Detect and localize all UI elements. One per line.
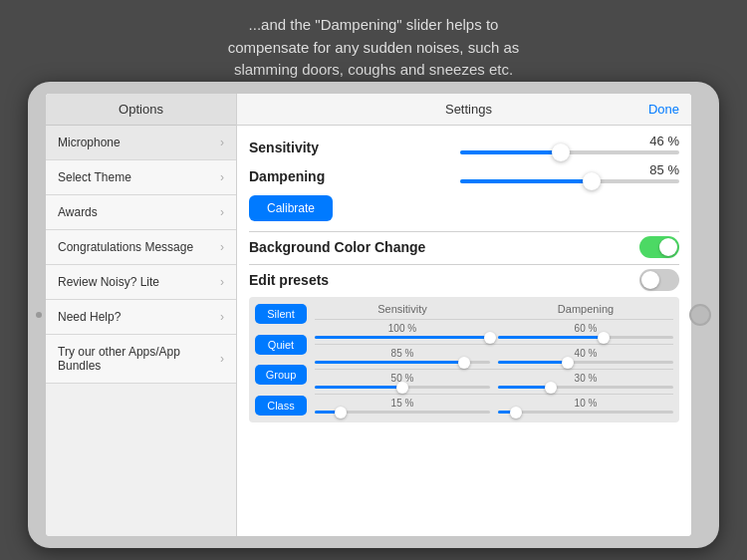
dampening-controls: 85 % <box>408 162 679 189</box>
preset-s1-thumb[interactable] <box>458 357 470 369</box>
preset-cell-d0: 60 % <box>498 323 673 339</box>
sensitivity-controls: 46 % <box>408 134 679 160</box>
sensitivity-label: Sensitivity <box>249 140 408 155</box>
presets-col-dampening: Dampening <box>498 303 673 315</box>
dampening-label: Dampening <box>249 168 408 184</box>
preset-s0-thumb[interactable] <box>484 332 496 344</box>
background-color-change-row: Background Color Change <box>249 236 679 258</box>
sidebar-item-awards[interactable]: Awards › <box>46 195 236 230</box>
done-button[interactable]: Done <box>648 102 679 117</box>
preset-s0-track[interactable] <box>315 336 490 339</box>
preset-d2-pct: 30 % <box>575 373 598 384</box>
top-text-area: ...and the "Dampening" slider helps to c… <box>0 0 747 92</box>
preset-d1-fill <box>498 361 568 364</box>
preset-d2-fill <box>498 386 551 389</box>
settings-title: Settings <box>289 102 648 117</box>
background-color-toggle[interactable] <box>639 236 679 258</box>
preset-d0-fill <box>498 336 604 339</box>
preset-s3-thumb[interactable] <box>335 407 347 419</box>
chevron-right-icon: › <box>220 240 224 254</box>
preset-silent-button[interactable]: Silent <box>255 304 307 324</box>
preset-cell-d1: 40 % <box>498 348 673 364</box>
sidebar-item-label: Select Theme <box>58 170 131 184</box>
preset-s3-track[interactable] <box>315 411 490 414</box>
options-header: Options <box>46 94 236 126</box>
edit-presets-label: Edit presets <box>249 272 329 288</box>
sidebar-item-review-noisy[interactable]: Review Noisy? Lite › <box>46 265 236 300</box>
sidebar-item-need-help[interactable]: Need Help? › <box>46 300 236 335</box>
sidebar-item-label: Congratulations Message <box>58 240 193 254</box>
preset-s1-track[interactable] <box>315 361 490 364</box>
preset-s0-pct: 100 % <box>388 323 416 334</box>
dampening-slider-thumb[interactable] <box>583 172 601 190</box>
preset-d1-track[interactable] <box>498 361 673 364</box>
preset-cell-s0: 100 % <box>315 323 490 339</box>
preset-d3-track[interactable] <box>498 411 673 414</box>
preset-s2-track[interactable] <box>315 386 490 389</box>
presets-header-row: Sensitivity Dampening <box>315 303 673 315</box>
sidebar-item-microphone[interactable]: Microphone › <box>46 126 236 160</box>
dampening-slider-track[interactable] <box>460 179 679 183</box>
sidebar-item-label: Need Help? <box>58 310 121 324</box>
divider-1 <box>249 231 679 232</box>
preset-d1-thumb[interactable] <box>562 357 574 369</box>
preset-d0-pct: 60 % <box>575 323 598 334</box>
sensitivity-row: Sensitivity 46 % <box>249 134 679 160</box>
ipad-frame: Options Microphone › Select Theme › Awar… <box>28 82 719 548</box>
header-description: ...and the "Dampening" slider helps to c… <box>0 0 747 92</box>
chevron-right-icon: › <box>220 275 224 289</box>
preset-row-1: 85 % 40 % <box>315 344 673 367</box>
preset-group-button[interactable]: Group <box>255 365 307 385</box>
dampening-row: Dampening 85 % <box>249 162 679 189</box>
sidebar-item-label: Microphone <box>58 136 121 149</box>
toggle-knob-presets <box>641 271 659 289</box>
preset-s2-fill <box>315 386 402 389</box>
divider-2 <box>249 264 679 265</box>
sensitivity-slider-fill <box>460 150 561 154</box>
screen: Options Microphone › Select Theme › Awar… <box>46 94 691 536</box>
preset-d0-thumb[interactable] <box>598 332 610 344</box>
sensitivity-slider-track[interactable] <box>460 150 679 154</box>
side-button-left <box>36 312 42 318</box>
preset-row-2: 50 % 30 % <box>315 369 673 392</box>
preset-class-button[interactable]: Class <box>255 396 307 416</box>
preset-cell-s1: 85 % <box>315 348 490 364</box>
edit-presets-toggle[interactable] <box>639 269 679 291</box>
sidebar-item-other-apps[interactable]: Try our other Apps/App Bundles › <box>46 335 236 384</box>
preset-s1-fill <box>315 361 464 364</box>
presets-table: Silent Quiet Group Class Sensitivity Dam… <box>249 297 679 422</box>
chevron-right-icon: › <box>220 310 224 324</box>
chevron-right-icon: › <box>220 170 224 184</box>
toggle-knob <box>659 238 677 256</box>
chevron-right-icon: › <box>220 205 224 219</box>
preset-d3-thumb[interactable] <box>510 407 522 419</box>
sidebar-item-select-theme[interactable]: Select Theme › <box>46 160 236 195</box>
preset-d3-pct: 10 % <box>575 398 598 409</box>
sensitivity-slider-thumb[interactable] <box>552 143 570 161</box>
right-panel: Settings Done Sensitivity 46 % <box>237 94 691 536</box>
presets-data-grid: Sensitivity Dampening 100 % <box>315 303 673 417</box>
preset-cell-s3: 15 % <box>315 398 490 414</box>
preset-s3-pct: 15 % <box>391 398 414 409</box>
preset-d2-thumb[interactable] <box>545 382 557 394</box>
presets-col-sensitivity: Sensitivity <box>315 303 490 315</box>
preset-row-3: 15 % 10 % <box>315 394 673 417</box>
chevron-right-icon: › <box>220 136 224 149</box>
sidebar-item-congratulations-message[interactable]: Congratulations Message › <box>46 230 236 265</box>
calibrate-button[interactable]: Calibrate <box>249 195 333 221</box>
preset-s2-thumb[interactable] <box>396 382 408 394</box>
edit-presets-row: Edit presets <box>249 269 679 291</box>
dampening-percent: 85 % <box>649 162 679 177</box>
sensitivity-percent: 46 % <box>649 134 679 148</box>
preset-buttons-column: Silent Quiet Group Class <box>255 303 307 417</box>
preset-s1-pct: 85 % <box>391 348 414 359</box>
dampening-slider-fill <box>460 179 592 183</box>
preset-s0-fill <box>315 336 490 339</box>
preset-row-0: 100 % 60 % <box>315 319 673 342</box>
preset-d0-track[interactable] <box>498 336 673 339</box>
preset-cell-d2: 30 % <box>498 373 673 389</box>
preset-quiet-button[interactable]: Quiet <box>255 335 307 355</box>
preset-d1-pct: 40 % <box>575 348 598 359</box>
preset-d2-track[interactable] <box>498 386 673 389</box>
sidebar-item-label: Awards <box>58 205 98 219</box>
